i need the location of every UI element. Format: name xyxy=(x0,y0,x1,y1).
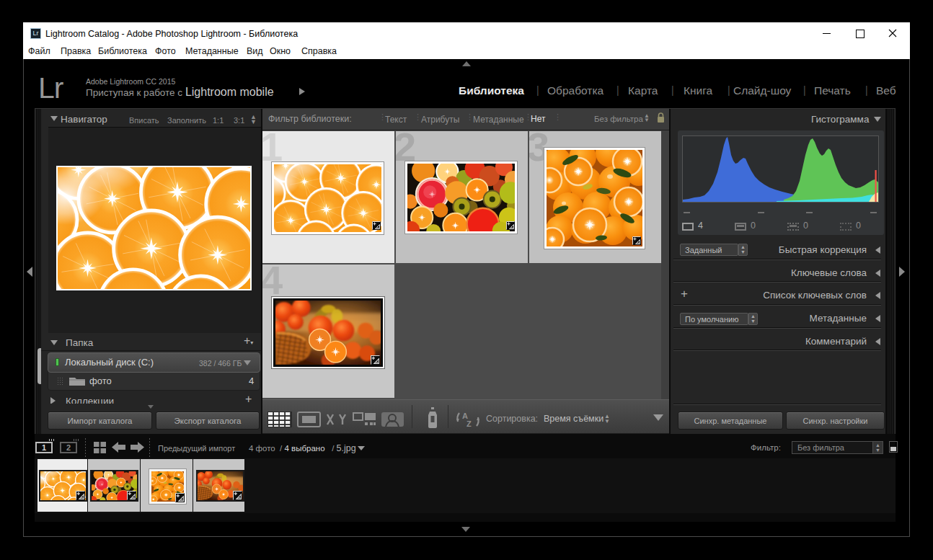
svg-text:Z: Z xyxy=(466,419,472,428)
